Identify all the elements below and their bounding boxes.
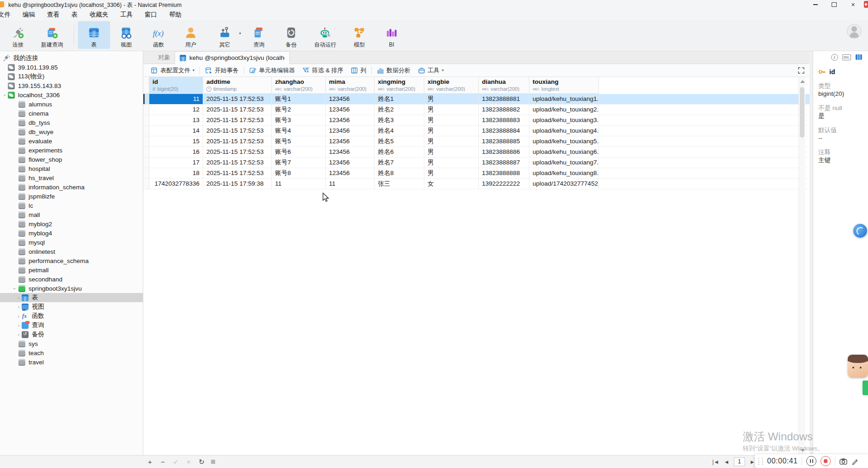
tree-item-24[interactable]: ›springboot3xy1sjvu: [0, 284, 143, 293]
grid-cell[interactable]: upload/kehu_touxiang5.: [529, 136, 599, 146]
grid-cell[interactable]: 13823888887: [479, 158, 529, 168]
tree-item-20[interactable]: onlinetest: [0, 247, 143, 256]
begin-transaction-button[interactable]: 开始事务: [201, 64, 242, 76]
column-header-addtime[interactable]: addtimetimestamp: [203, 77, 272, 94]
grid-cell[interactable]: 男: [424, 94, 479, 104]
toolbar-others-button[interactable]: 其它 ▾: [207, 21, 243, 49]
grid-cell[interactable]: 12: [149, 105, 203, 115]
toolbar-backup-button[interactable]: 备份: [275, 21, 307, 49]
grid-cell[interactable]: 男: [424, 168, 479, 178]
tree-item-28[interactable]: ›查询: [0, 321, 143, 330]
grid-cell[interactable]: 14: [149, 126, 203, 136]
toolbar-user-button[interactable]: 用户: [175, 21, 207, 49]
row-gutter[interactable]: [143, 168, 149, 178]
grid-cell[interactable]: 13823888881: [479, 94, 529, 104]
tree-item-17[interactable]: myblog2: [0, 219, 143, 228]
previous-record-button[interactable]: ◄: [724, 459, 729, 465]
tab-kehu-table[interactable]: kehu @springboot3xy1sjvu (localhos...: [175, 51, 290, 64]
grid-cell[interactable]: 13823888884: [479, 126, 529, 136]
user-avatar[interactable]: [847, 24, 862, 39]
grid-cell[interactable]: 13922222222: [479, 179, 529, 189]
chevron-right-icon[interactable]: ›: [16, 314, 22, 319]
grid-cell[interactable]: 账号7: [272, 158, 326, 168]
grid-cell[interactable]: 11: [149, 94, 203, 104]
grid-cell[interactable]: 姓名1: [375, 94, 424, 104]
menu-item-7[interactable]: 帮助: [163, 11, 188, 19]
scrollbar-thumb[interactable]: [800, 87, 804, 138]
toolbar-automation-button[interactable]: 自动运行: [307, 21, 343, 49]
grid-cell[interactable]: 13823888886: [479, 147, 529, 157]
tree-item-26[interactable]: ›视图: [0, 302, 143, 311]
grid-cell[interactable]: 张三: [375, 179, 424, 189]
floating-green-tab[interactable]: [862, 380, 868, 395]
grid-cell[interactable]: 123456: [326, 115, 375, 125]
grid-cell[interactable]: 15: [149, 136, 203, 146]
grid-cell[interactable]: 男: [424, 115, 479, 125]
apply-changes-button[interactable]: ✓: [172, 458, 179, 466]
table-row[interactable]: 172025-11-15 17:52:53账号7123456姓名7男138238…: [143, 158, 809, 168]
delete-record-button[interactable]: −: [159, 458, 166, 466]
grid-cell[interactable]: 17: [149, 158, 203, 168]
row-gutter[interactable]: [143, 94, 149, 104]
toolbar-model-button[interactable]: 模型: [343, 21, 375, 49]
column-header-mima[interactable]: mimaABCvarchar(200): [326, 77, 375, 94]
grid-cell[interactable]: 2025-11-15 17:52:53: [203, 126, 272, 136]
page-number-box[interactable]: 1: [734, 457, 745, 466]
row-gutter[interactable]: [143, 105, 149, 115]
toolbar-bi-button[interactable]: BI: [375, 21, 408, 49]
column-header-xingming[interactable]: xingmingABCvarchar(200): [375, 77, 424, 94]
column-header-dianhua[interactable]: dianhuaABCvarchar(200): [479, 77, 529, 94]
tree-item-29[interactable]: ›备份: [0, 330, 143, 339]
tree-item-16[interactable]: mall: [0, 210, 143, 219]
grid-cell[interactable]: 2025-11-15 17:52:53: [203, 115, 272, 125]
tree-item-8[interactable]: evaluate: [0, 136, 143, 146]
grid-cell[interactable]: upload/kehu_touxiang3.: [529, 115, 599, 125]
grid-cell[interactable]: 16: [149, 147, 203, 157]
close-button[interactable]: ×: [850, 2, 856, 8]
tree-item-27[interactable]: ›函数: [0, 311, 143, 321]
grid-cell[interactable]: 1742032778336: [149, 179, 203, 189]
menu-item-0[interactable]: 文件: [0, 11, 17, 19]
tree-item-21[interactable]: performance_schema: [0, 256, 143, 265]
chevron-right-icon[interactable]: ›: [16, 332, 22, 337]
toolbar-query-button[interactable]: 查询: [243, 21, 275, 49]
grid-cell[interactable]: 123456: [326, 126, 375, 136]
fullscreen-icon[interactable]: [798, 67, 805, 74]
grid-cell[interactable]: 2025-11-15 17:52:53: [203, 136, 272, 146]
grid-cell[interactable]: upload/kehu_touxiang6.: [529, 147, 599, 157]
scroll-up-arrow-icon[interactable]: [800, 80, 805, 83]
grid-cell[interactable]: 女: [424, 179, 479, 189]
cell-editor-button[interactable]: 单元格编辑器: [246, 64, 299, 76]
pause-recording-button[interactable]: [806, 456, 816, 466]
table-row[interactable]: 182025-11-15 17:52:53账号8123456姓名8男138238…: [143, 168, 809, 179]
tree-item-3[interactable]: ›localhost_3306: [0, 90, 143, 99]
row-gutter[interactable]: [143, 115, 149, 125]
grid-cell[interactable]: 姓名2: [375, 105, 424, 115]
row-gutter[interactable]: [143, 158, 149, 168]
tools-button[interactable]: 工具▾: [414, 64, 447, 76]
table-row[interactable]: 142025-11-15 17:52:53账号4123456姓名4男138238…: [143, 126, 809, 136]
column-header-zhanghao[interactable]: zhanghaoABCvarchar(200): [272, 77, 326, 94]
grid-cell[interactable]: 13823888888: [479, 168, 529, 178]
grid-cell[interactable]: upload/1742032777452.: [529, 179, 599, 189]
grid-cell[interactable]: 男: [424, 147, 479, 157]
grid-cell[interactable]: 18: [149, 168, 203, 178]
grid-cell[interactable]: 13823888882: [479, 105, 529, 115]
row-gutter[interactable]: [143, 179, 149, 189]
grid-cell[interactable]: 123456: [326, 168, 375, 178]
grid-cell[interactable]: 姓名5: [375, 136, 424, 146]
grid-cell[interactable]: 账号4: [272, 126, 326, 136]
table-row[interactable]: 112025-11-15 17:52:53账号1123456姓名1男138238…: [143, 94, 809, 105]
table-row[interactable]: 132025-11-15 17:52:53账号3123456姓名3男138238…: [143, 115, 809, 126]
columns-view-icon[interactable]: [855, 53, 862, 61]
tree-item-4[interactable]: alumnus: [0, 99, 143, 109]
tree-item-1[interactable]: 113(物业): [0, 72, 143, 81]
grid-cell[interactable]: upload/kehu_touxiang4.: [529, 126, 599, 136]
grid-cell[interactable]: 姓名7: [375, 158, 424, 168]
menu-item-3[interactable]: 表: [65, 11, 84, 19]
menu-item-1[interactable]: 编辑: [17, 11, 41, 19]
grid-cell[interactable]: 男: [424, 105, 479, 115]
tree-item-9[interactable]: experiments: [0, 146, 143, 155]
grid-cell[interactable]: 账号8: [272, 168, 326, 178]
tree-item-7[interactable]: db_wuye: [0, 127, 143, 136]
